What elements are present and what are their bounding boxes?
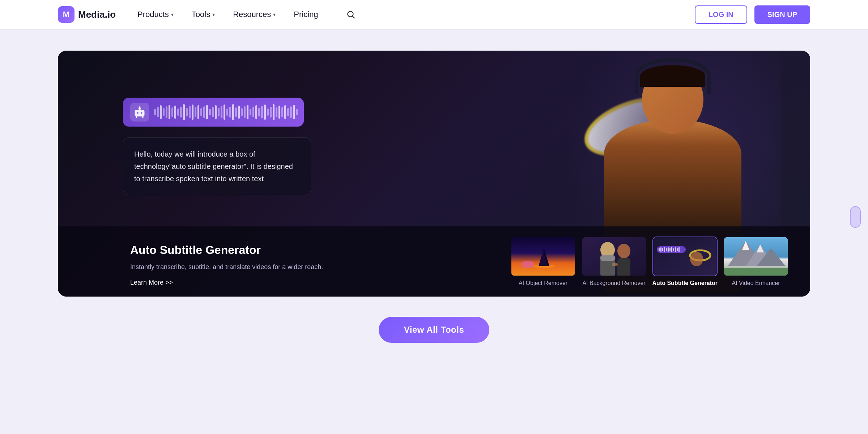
nav-item-resources[interactable]: Resources ▾ bbox=[233, 10, 276, 19]
svg-rect-19 bbox=[617, 258, 630, 276]
svg-rect-32 bbox=[675, 247, 676, 252]
nav-item-pricing[interactable]: Pricing bbox=[294, 10, 318, 19]
main-nav: Products ▾ Tools ▾ Resources ▾ Pricing bbox=[137, 7, 695, 22]
svg-rect-2 bbox=[135, 110, 145, 116]
logo-icon: M bbox=[58, 6, 75, 23]
hero-bottom-bar: Auto Subtitle Generator Instantly transc… bbox=[58, 226, 810, 297]
svg-rect-23 bbox=[659, 248, 660, 251]
chevron-down-icon: ▾ bbox=[212, 12, 215, 17]
thumb-img-object-remover bbox=[511, 237, 576, 276]
view-all-tools-section: View All Tools bbox=[58, 317, 810, 343]
svg-line-1 bbox=[353, 16, 354, 18]
logo[interactable]: M Media.io bbox=[58, 6, 116, 23]
scroll-hint bbox=[850, 206, 861, 228]
main-content: Hello, today we will introduce a box of … bbox=[0, 29, 868, 372]
thumb-label-subtitle-generator: Auto Subtitle Generator bbox=[652, 280, 718, 286]
svg-rect-21 bbox=[653, 237, 718, 276]
svg-rect-9 bbox=[511, 237, 576, 276]
thumb-label-background-remover: AI Background Remover bbox=[582, 280, 645, 286]
header-actions: LOG IN SIGN UP bbox=[695, 5, 810, 24]
waveform-card bbox=[123, 98, 304, 127]
subtitle-text-box: Hello, today we will introduce a box of … bbox=[123, 137, 311, 195]
logo-text: Media.io bbox=[78, 9, 116, 20]
svg-point-20 bbox=[612, 263, 618, 266]
thumbnail-strip: AI Object Remover bbox=[511, 237, 788, 286]
thumbnail-ai-video-enhancer[interactable]: AI Video Enhancer bbox=[723, 237, 788, 286]
learn-more-link[interactable]: Learn More >> bbox=[130, 279, 496, 286]
svg-rect-26 bbox=[664, 247, 665, 252]
thumb-img-background-remover bbox=[582, 237, 647, 276]
svg-point-13 bbox=[521, 261, 534, 268]
search-icon[interactable] bbox=[344, 7, 358, 22]
svg-rect-34 bbox=[678, 247, 680, 252]
svg-rect-25 bbox=[662, 248, 663, 251]
hero-card: Hello, today we will introduce a box of … bbox=[58, 51, 810, 297]
svg-rect-29 bbox=[669, 248, 671, 251]
person-hair bbox=[640, 65, 705, 87]
svg-rect-17 bbox=[600, 255, 615, 261]
bot-icon bbox=[130, 103, 149, 122]
thumbnail-ai-object-remover[interactable]: AI Object Remover bbox=[511, 237, 576, 286]
view-all-tools-button[interactable]: View All Tools bbox=[379, 317, 490, 343]
svg-rect-33 bbox=[677, 248, 678, 251]
thumb-img-video-enhancer bbox=[723, 237, 788, 276]
svg-point-3 bbox=[137, 112, 139, 114]
thumb-label-video-enhancer: AI Video Enhancer bbox=[732, 280, 780, 286]
thumb-img-subtitle-generator bbox=[652, 237, 718, 276]
chevron-down-icon: ▾ bbox=[273, 12, 276, 17]
waveform-bars bbox=[154, 104, 298, 120]
hero-title: Auto Subtitle Generator bbox=[130, 243, 496, 257]
svg-point-6 bbox=[139, 106, 141, 108]
svg-point-4 bbox=[141, 112, 142, 114]
svg-rect-27 bbox=[666, 248, 667, 251]
thumb-label-object-remover: AI Object Remover bbox=[519, 280, 567, 286]
svg-point-36 bbox=[690, 252, 703, 266]
nav-item-products[interactable]: Products ▾ bbox=[137, 10, 174, 19]
header: M Media.io Products ▾ Tools ▾ Resources … bbox=[0, 0, 868, 29]
signup-button[interactable]: SIGN UP bbox=[754, 5, 810, 24]
hero-description: Instantly transcribe, subtitle, and tran… bbox=[130, 262, 496, 272]
hero-bottom-text: Auto Subtitle Generator Instantly transc… bbox=[130, 243, 496, 286]
chevron-down-icon: ▾ bbox=[171, 12, 174, 17]
login-button[interactable]: LOG IN bbox=[695, 5, 747, 24]
svg-rect-24 bbox=[660, 247, 661, 252]
thumbnail-auto-subtitle-generator[interactable]: Auto Subtitle Generator bbox=[652, 237, 718, 286]
thumbnail-ai-background-remover[interactable]: AI Background Remover bbox=[582, 237, 647, 286]
svg-rect-43 bbox=[724, 268, 788, 276]
svg-rect-31 bbox=[673, 248, 674, 251]
nav-item-tools[interactable]: Tools ▾ bbox=[192, 10, 215, 19]
svg-rect-28 bbox=[668, 247, 669, 252]
svg-point-18 bbox=[617, 244, 630, 258]
svg-rect-30 bbox=[671, 247, 672, 252]
